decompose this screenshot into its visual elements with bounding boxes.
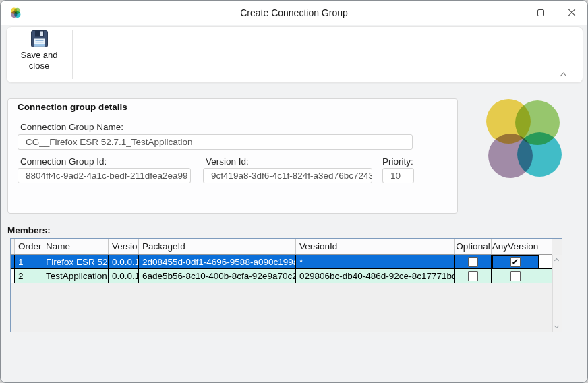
- groupbox-divider: [8, 115, 457, 115]
- minimize-icon: [506, 13, 514, 13]
- grid-vertical-scrollbar[interactable]: [552, 255, 562, 332]
- groupbox-title: Connection group details: [18, 102, 127, 112]
- column-header-anyversion[interactable]: AnyVersion: [492, 239, 539, 254]
- cell-name[interactable]: Firefox ESR 52.7.1: [42, 255, 109, 269]
- save-and-close-button[interactable]: Save and close: [11, 30, 67, 80]
- cell-versionid[interactable]: 029806bc-db40-486d-92ce-8c17771bd568: [296, 269, 455, 283]
- version-id-label: Version Id:: [206, 156, 249, 167]
- connection-group-name-input[interactable]: CG__Firefox ESR 52.7.1_TestApplication: [18, 134, 413, 150]
- column-header-packageid[interactable]: PackageId: [139, 239, 296, 254]
- connection-group-id-label: Connection Group Id:: [20, 156, 107, 167]
- cell-filler: [539, 255, 552, 269]
- close-icon: [568, 9, 576, 17]
- cell-order[interactable]: 1: [15, 255, 42, 269]
- close-button[interactable]: [556, 1, 587, 25]
- connection-group-id-input[interactable]: 8804ff4c-9ad2-4a1c-bedf-211dfea2ea99: [18, 168, 191, 183]
- ribbon-collapse-button[interactable]: [561, 69, 568, 76]
- cell-packageid[interactable]: 2d08455d-0df1-4696-9588-a090c199ab46: [139, 255, 296, 269]
- table-row[interactable]: 2 TestApplication 0.0.0.1 6ade5b56-8c10-…: [11, 269, 552, 283]
- anyversion-checkbox[interactable]: [510, 271, 521, 281]
- cell-optional[interactable]: [455, 255, 492, 269]
- priority-input[interactable]: 10: [382, 168, 414, 183]
- version-id-input[interactable]: 9cf419a8-3df6-4c1f-824f-a3ed76bc7243: [203, 168, 372, 183]
- members-label: Members:: [7, 225, 51, 235]
- optional-checkbox[interactable]: [468, 257, 478, 267]
- maximize-button[interactable]: [525, 1, 556, 25]
- cell-version[interactable]: 0.0.0.1: [109, 269, 139, 283]
- titlebar: Create Connection Group: [1, 1, 587, 25]
- floppy-disk-icon: [30, 30, 49, 48]
- column-header-filler: [539, 239, 552, 254]
- cell-anyversion[interactable]: ✓: [492, 255, 539, 269]
- toolbar-separator: [72, 30, 73, 79]
- members-grid: Order Name Version PackageId VersionId O…: [10, 238, 562, 332]
- connection-group-details-groupbox: Connection group details Connection Grou…: [7, 98, 458, 214]
- column-header-optional[interactable]: Optional: [455, 239, 492, 254]
- column-header-name[interactable]: Name: [42, 239, 109, 254]
- chevron-up-icon: [560, 73, 567, 80]
- scroll-down-icon[interactable]: [554, 324, 559, 328]
- connection-group-name-label: Connection Group Name:: [20, 122, 123, 132]
- optional-checkbox[interactable]: [468, 271, 478, 281]
- cell-filler: [539, 269, 552, 283]
- anyversion-checkbox[interactable]: ✓: [510, 257, 521, 267]
- minimize-button[interactable]: [494, 1, 525, 25]
- scroll-up-icon[interactable]: [554, 258, 559, 263]
- connection-group-logo: [473, 96, 564, 180]
- cell-versionid[interactable]: *: [296, 255, 455, 269]
- cell-name[interactable]: TestApplication: [42, 269, 109, 283]
- column-header-versionid[interactable]: VersionId: [296, 239, 455, 254]
- priority-label: Priority:: [382, 156, 413, 167]
- ribbon-toolbar: Save and close: [6, 26, 583, 83]
- cell-optional[interactable]: [455, 269, 492, 283]
- column-header-version[interactable]: Version: [109, 239, 139, 254]
- cell-anyversion[interactable]: [492, 269, 539, 283]
- cell-order[interactable]: 2: [15, 269, 42, 283]
- grid-header-row: Order Name Version PackageId VersionId O…: [11, 239, 552, 255]
- column-header-order[interactable]: Order: [15, 239, 42, 254]
- maximize-icon: [537, 9, 544, 16]
- create-connection-group-window: Create Connection Group Save and close C…: [0, 0, 588, 383]
- save-and-close-label: Save and close: [18, 50, 60, 71]
- grid-empty-area: [11, 283, 552, 332]
- cell-packageid[interactable]: 6ade5b56-8c10-400b-8cfa-92e9a70c2cd3: [139, 269, 296, 283]
- table-row[interactable]: 1 Firefox ESR 52.7.1 0.0.0.1 2d08455d-0d…: [11, 255, 552, 269]
- cell-version[interactable]: 0.0.0.1: [109, 255, 139, 269]
